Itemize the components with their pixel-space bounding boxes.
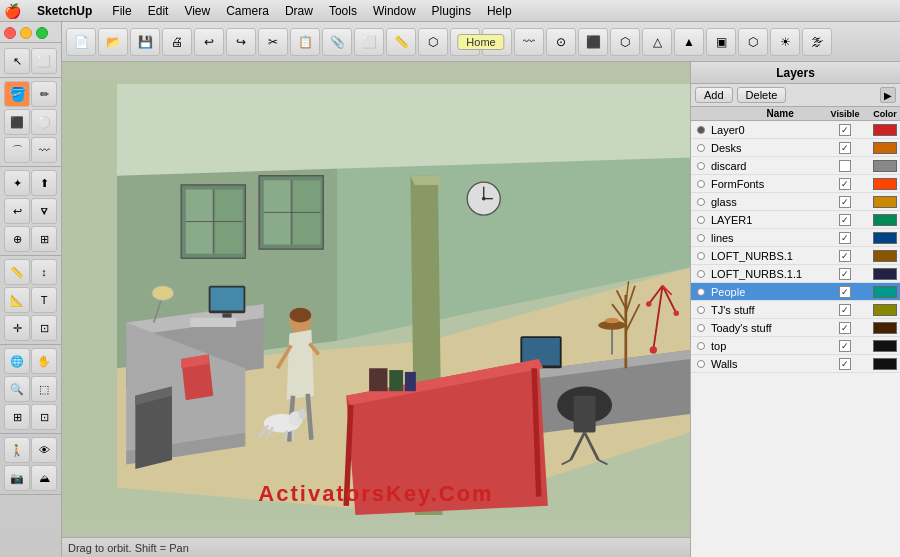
rect-tool[interactable]: ⬛ (4, 109, 30, 135)
layer-row[interactable]: lines (691, 229, 900, 247)
layer-row[interactable]: Layer0 (691, 121, 900, 139)
fog-btn[interactable]: 🌫 (802, 28, 832, 56)
layer-radio[interactable] (694, 123, 708, 137)
layer-radio[interactable] (694, 195, 708, 209)
layer-visible-check[interactable] (820, 214, 870, 226)
layer-visible-check[interactable] (820, 196, 870, 208)
shadow-btn[interactable]: ☀ (770, 28, 800, 56)
app-name[interactable]: SketchUp (29, 3, 100, 19)
zoom-tool[interactable]: 🔍 (4, 376, 30, 402)
layer-row[interactable]: Walls (691, 355, 900, 373)
layer-row[interactable]: LOFT_NURBS.1.1 (691, 265, 900, 283)
window-close-btn[interactable] (4, 27, 16, 39)
layer-row[interactable]: glass (691, 193, 900, 211)
layer-row[interactable]: People (691, 283, 900, 301)
layer-visible-check[interactable] (820, 268, 870, 280)
layer-visible-check[interactable] (820, 322, 870, 334)
zoomfit-tool[interactable]: ⊡ (31, 404, 57, 430)
layer-row[interactable]: discard (691, 157, 900, 175)
cut-btn[interactable]: ✂ (258, 28, 288, 56)
layers-expand-btn[interactable]: ▶ (880, 87, 896, 103)
layer-visible-check[interactable] (820, 142, 870, 154)
layer-row[interactable]: LOFT_NURBS.1 (691, 247, 900, 265)
layer-visible-check[interactable] (820, 358, 870, 370)
menu-help[interactable]: Help (479, 3, 520, 19)
shade-btn[interactable]: ▲ (674, 28, 704, 56)
section-tool[interactable]: ⊡ (31, 315, 57, 341)
line-tool[interactable]: ✏ (31, 81, 57, 107)
layer-color-swatch[interactable] (870, 303, 900, 317)
add-layer-btn[interactable]: Add (695, 87, 733, 103)
eraser-tool[interactable]: ⬜ (31, 48, 57, 74)
layer-color-swatch[interactable] (870, 195, 900, 209)
xray-btn[interactable]: ⊙ (546, 28, 576, 56)
layer-visible-check[interactable] (820, 304, 870, 316)
window-minimize-btn[interactable] (20, 27, 32, 39)
layer-radio[interactable] (694, 213, 708, 227)
paste-btn[interactable]: 📎 (322, 28, 352, 56)
redo-btn[interactable]: ↪ (226, 28, 256, 56)
pan-tool[interactable]: ✋ (31, 348, 57, 374)
layer-color-swatch[interactable] (870, 267, 900, 281)
back-btn[interactable]: ⬛ (578, 28, 608, 56)
layer-row[interactable]: top (691, 337, 900, 355)
3d-viewport[interactable]: ActivatorsKey.Com (62, 62, 690, 537)
layer-visible-check[interactable] (820, 160, 870, 172)
layer-row[interactable]: Toady's stuff (691, 319, 900, 337)
copy-btn[interactable]: 📋 (290, 28, 320, 56)
comp-btn[interactable]: ⬡ (418, 28, 448, 56)
protractor-tool[interactable]: 📐 (4, 287, 30, 313)
layer-visible-check[interactable] (820, 232, 870, 244)
open-btn[interactable]: 📂 (98, 28, 128, 56)
layer-radio[interactable] (694, 249, 708, 263)
move-tool[interactable]: ✦ (4, 170, 30, 196)
apple-menu[interactable]: 🍎 (4, 3, 21, 19)
layer-radio[interactable] (694, 303, 708, 317)
position-camera-tool[interactable]: 📷 (4, 465, 30, 491)
axes-tool[interactable]: ✛ (4, 315, 30, 341)
menu-camera[interactable]: Camera (218, 3, 277, 19)
followme-tool[interactable]: ⛛ (31, 198, 57, 224)
layer-color-swatch[interactable] (870, 141, 900, 155)
menu-draw[interactable]: Draw (277, 3, 321, 19)
layer-color-swatch[interactable] (870, 159, 900, 173)
layer-radio[interactable] (694, 339, 708, 353)
layer-row[interactable]: Desks (691, 139, 900, 157)
zoomwindow-tool[interactable]: ⬚ (31, 376, 57, 402)
menu-tools[interactable]: Tools (321, 3, 365, 19)
layer-color-swatch[interactable] (870, 249, 900, 263)
hidden-btn[interactable]: △ (642, 28, 672, 56)
layer-color-swatch[interactable] (870, 321, 900, 335)
lookat-tool[interactable]: 👁 (31, 437, 57, 463)
pushpull-tool[interactable]: ⬆ (31, 170, 57, 196)
layer-radio[interactable] (694, 177, 708, 191)
offset-tool[interactable]: ⊞ (31, 226, 57, 252)
delete-layer-btn[interactable]: Delete (737, 87, 787, 103)
scale-tool[interactable]: ⊕ (4, 226, 30, 252)
menu-view[interactable]: View (176, 3, 218, 19)
print-btn[interactable]: 🖨 (162, 28, 192, 56)
meas-btn[interactable]: 📏 (386, 28, 416, 56)
freehand-tool[interactable]: 〰 (31, 137, 57, 163)
layer-row[interactable]: LAYER1 (691, 211, 900, 229)
layer-visible-check[interactable] (820, 250, 870, 262)
layer-visible-check[interactable] (820, 286, 870, 298)
orbit-tool[interactable]: 🌐 (4, 348, 30, 374)
new-btn[interactable]: 📄 (66, 28, 96, 56)
wire-btn[interactable]: ⬡ (610, 28, 640, 56)
select-tool[interactable]: ↖ (4, 48, 30, 74)
layer-row[interactable]: TJ's stuff (691, 301, 900, 319)
tape-tool[interactable]: 📏 (4, 259, 30, 285)
menu-window[interactable]: Window (365, 3, 424, 19)
arc-tool[interactable]: ⌒ (4, 137, 30, 163)
layer-visible-check[interactable] (820, 340, 870, 352)
layer-visible-check[interactable] (820, 178, 870, 190)
rotate-tool[interactable]: ↩ (4, 198, 30, 224)
text-tool[interactable]: T (31, 287, 57, 313)
save-btn[interactable]: 💾 (130, 28, 160, 56)
window-maximize-btn[interactable] (36, 27, 48, 39)
layer-color-swatch[interactable] (870, 177, 900, 191)
layer-color-swatch[interactable] (870, 339, 900, 353)
undo-btn[interactable]: ↩ (194, 28, 224, 56)
texture-btn[interactable]: ▣ (706, 28, 736, 56)
